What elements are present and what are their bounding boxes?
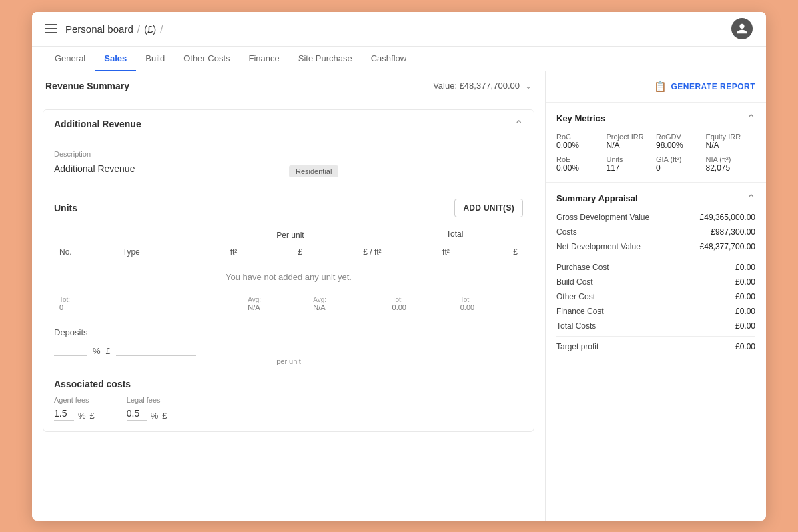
legal-fees-value: 0.5 — [127, 407, 147, 421]
empty-header-left — [54, 225, 193, 243]
summary-appraisal-collapse[interactable]: ⌃ — [747, 192, 755, 205]
add-unit-button[interactable]: ADD UNIT(S) — [454, 199, 523, 217]
revenue-summary-header[interactable]: Revenue Summary Value: £48,377,700.00 ⌄ — [32, 71, 545, 101]
tab-cashflow[interactable]: Cashflow — [362, 47, 416, 71]
additional-revenue-body: Description Residential — [43, 139, 534, 196]
revenue-summary-chevron: ⌄ — [525, 81, 532, 91]
metric-rogdv-label: RoGDV 98.00% — [656, 133, 706, 150]
report-icon: 📋 — [654, 81, 667, 93]
associated-costs-section: Associated costs Agent fees 1.5 % £ Lega… — [43, 376, 534, 431]
deposits-percent-sym: % — [93, 346, 101, 356]
fees-row: Agent fees 1.5 % £ Legal fees 0.5 % — [54, 396, 523, 421]
agent-fees-label: Agent fees — [54, 396, 95, 404]
table-column-header-row: No. Type ft² £ £ / ft² ft² £ — [54, 243, 523, 261]
agent-fees-percent: % — [78, 411, 86, 421]
summary-row-total-costs: Total Costs £0.00 — [556, 321, 755, 331]
key-metrics-collapse[interactable]: ⌃ — [747, 112, 755, 125]
breadcrumb-title[interactable]: Personal board — [65, 23, 133, 35]
units-header: Units ADD UNIT(S) — [54, 199, 523, 217]
metric-gia-label: GIA (ft²) 0 — [656, 155, 706, 173]
metric-equity-irr-label: Equity IRR N/A — [706, 133, 756, 150]
deposits-row: % £ — [54, 343, 523, 356]
deposits-per-unit: per unit — [54, 357, 523, 365]
divider-2 — [556, 336, 755, 337]
revenue-summary-title: Revenue Summary — [45, 81, 129, 91]
tab-build[interactable]: Build — [136, 47, 174, 71]
summary-row-finance: Finance Cost £0.00 — [556, 307, 755, 316]
tab-general[interactable]: General — [45, 47, 95, 71]
residential-badge: Residential — [289, 165, 338, 177]
units-title: Units — [54, 203, 77, 213]
tot-ft2: Tot: 0.00 — [387, 293, 455, 314]
col-ft2-tot: ft² — [387, 243, 455, 261]
col-type: Type — [117, 243, 194, 261]
table-group-header-row: Per unit Total — [54, 225, 523, 243]
generate-report-button[interactable]: 📋 GENERATE REPORT — [654, 81, 755, 93]
hamburger-menu[interactable] — [45, 24, 57, 33]
legal-fees-pound: £ — [162, 411, 167, 421]
per-unit-group-header: Per unit — [193, 225, 386, 243]
legal-fees-percent: % — [151, 411, 159, 421]
tot-no: Tot: 0 — [54, 293, 117, 314]
metric-roe-label: RoE 0.00% — [556, 155, 607, 173]
left-panel: Revenue Summary Value: £48,377,700.00 ⌄ … — [32, 71, 546, 521]
summary-row-costs: Costs £987,300.00 — [556, 227, 755, 237]
deposits-title: Deposits — [54, 327, 523, 337]
user-avatar[interactable] — [731, 18, 753, 39]
deposits-pound-input[interactable] — [116, 343, 196, 356]
units-table: Per unit Total No. Type ft² £ £ / ft² ft… — [54, 225, 523, 314]
tab-sales[interactable]: Sales — [95, 47, 136, 71]
summary-row-gdv: Gross Development Value £49,365,000.00 — [556, 213, 755, 222]
agent-fees-group: Agent fees 1.5 % £ — [54, 396, 95, 421]
summary-appraisal-header: Summary Appraisal ⌃ — [556, 192, 755, 205]
summary-row-purchase: Purchase Cost £0.00 — [556, 263, 755, 272]
additional-revenue-header[interactable]: Additional Revenue ⌃ — [43, 110, 534, 139]
agent-fees-inputs: 1.5 % £ — [54, 407, 95, 421]
revenue-summary-right: Value: £48,377,700.00 ⌄ — [433, 81, 532, 91]
units-section: Units ADD UNIT(S) Per unit Total No. — [43, 199, 534, 325]
description-input[interactable] — [54, 161, 281, 177]
legal-fees-group: Legal fees 0.5 % £ — [127, 396, 167, 421]
col-ft2-per: ft² — [193, 243, 242, 261]
associated-costs-title: Associated costs — [54, 379, 523, 389]
user-icon — [736, 23, 748, 35]
metrics-grid: RoC 0.00% Project IRR N/A RoGDV 98.00% E… — [556, 133, 755, 173]
description-field-row: Residential — [54, 161, 523, 177]
breadcrumb: Personal board / (£) / — [65, 23, 163, 35]
breadcrumb-sep2: / — [160, 23, 163, 35]
divider-1 — [556, 257, 755, 257]
metric-nia-label: NIA (ft²) 82,075 — [706, 155, 756, 173]
agent-fees-pound: £ — [90, 411, 95, 421]
header-left: Personal board / (£) / — [45, 23, 163, 35]
additional-revenue-title: Additional Revenue — [54, 119, 141, 129]
additional-revenue-card: Additional Revenue ⌃ Description Residen… — [43, 109, 534, 432]
agent-fees-value: 1.5 — [54, 407, 74, 421]
legal-fees-inputs: 0.5 % £ — [127, 407, 167, 421]
additional-revenue-collapse[interactable]: ⌃ — [514, 118, 523, 131]
empty-units-message: You have not added any unit yet. — [54, 261, 523, 293]
breadcrumb-currency[interactable]: (£) — [144, 23, 156, 35]
tabs-bar: General Sales Build Other Costs Finance … — [32, 47, 766, 71]
revenue-summary-value: Value: £48,377,700.00 — [433, 81, 520, 91]
summary-row-build: Build Cost £0.00 — [556, 277, 755, 287]
empty-units-row: You have not added any unit yet. — [54, 261, 523, 293]
metric-roc-label: RoC 0.00% — [556, 133, 607, 150]
col-gbp-tot: £ — [455, 243, 523, 261]
tab-finance[interactable]: Finance — [240, 47, 289, 71]
metric-units-label: Units 117 — [607, 155, 657, 173]
tot-avg-val1: Avg: N/A — [242, 293, 308, 314]
metric-project-irr-label: Project IRR N/A — [607, 133, 657, 150]
tot-avg-val2: Avg: N/A — [308, 293, 386, 314]
breadcrumb-sep1: / — [137, 23, 140, 35]
deposits-percent-input[interactable] — [54, 343, 87, 356]
col-gbp-per: £ — [242, 243, 308, 261]
key-metrics-section: Key Metrics ⌃ RoC 0.00% Project IRR N/A … — [546, 103, 766, 183]
tab-other-costs[interactable]: Other Costs — [174, 47, 239, 71]
summary-row-other: Other Cost £0.00 — [556, 292, 755, 301]
tab-site-purchase[interactable]: Site Purchase — [289, 47, 362, 71]
main-content: Revenue Summary Value: £48,377,700.00 ⌄ … — [32, 71, 766, 521]
deposits-section: Deposits % £ per unit — [43, 325, 534, 376]
legal-fees-label: Legal fees — [127, 396, 167, 404]
app-window: Personal board / (£) / General Sales Bui… — [32, 12, 766, 521]
totals-row: Tot: 0 Avg: N/A Avg: — [54, 293, 523, 314]
